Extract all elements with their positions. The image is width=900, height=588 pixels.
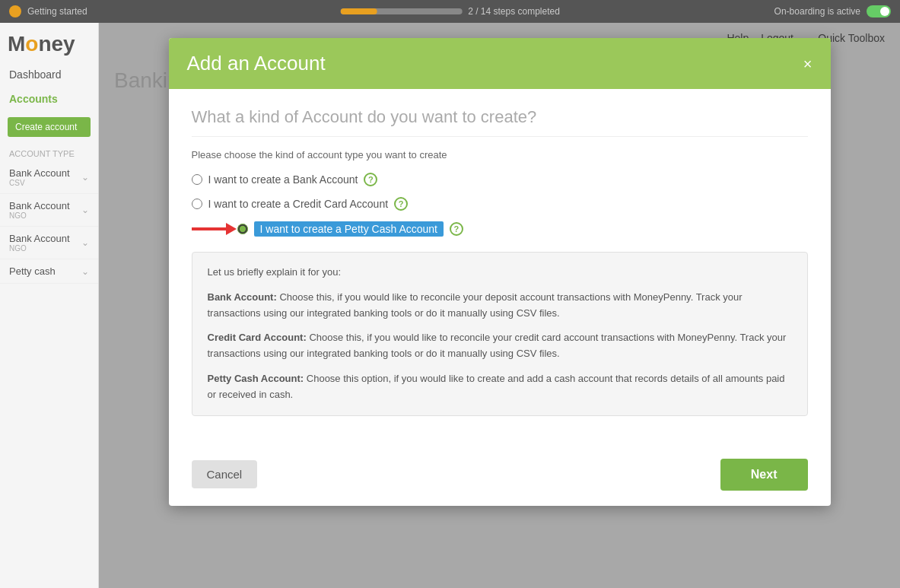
sidebar: Money Dashboard Accounts Create account … [0, 23, 99, 588]
modal-footer: Cancel Next [169, 447, 831, 506]
progress-bar-fill [340, 8, 377, 14]
modal-question: What a kind of Account do you want to cr… [192, 107, 808, 137]
account-sub: CSV [9, 179, 70, 187]
info-bank-desc: Choose this, if you would like to reconc… [208, 291, 743, 319]
radio-option-petty: I want to create a Petty Cash Account ? [237, 221, 808, 237]
top-bar: Getting started 2 / 14 steps completed O… [0, 0, 900, 23]
list-item[interactable]: Bank Account NGO ⌄ [0, 194, 98, 227]
account-name: Bank Account [9, 167, 70, 179]
account-name: Petty cash [9, 265, 56, 277]
radio-bank-label[interactable]: I want to create a Bank Account [208, 173, 358, 186]
top-bar-right: On-boarding is active [774, 5, 891, 17]
progress-bar-container: 2 / 14 steps completed [340, 6, 560, 17]
main-layout: Money Dashboard Accounts Create account … [0, 23, 900, 588]
cancel-button[interactable]: Cancel [192, 460, 258, 488]
radio-credit[interactable] [192, 199, 202, 209]
account-sub: NGO [9, 244, 70, 253]
modal-body: What a kind of Account do you want to cr… [169, 89, 831, 447]
modal-title: Add an Account [187, 52, 326, 75]
account-type-label: ACCOUNT TYPE [0, 143, 98, 161]
radio-credit-label[interactable]: I want to create a Credit Card Account [208, 198, 389, 210]
radio-petty[interactable] [237, 224, 248, 234]
info-box: Let us briefly explain it for you: Bank … [192, 252, 808, 416]
radio-option-petty-wrapper: I want to create a Petty Cash Account ? [237, 221, 808, 237]
help-icon-petty[interactable]: ? [450, 222, 463, 236]
sidebar-item-dashboard[interactable]: Dashboard [0, 62, 98, 87]
chevron-down-icon: ⌄ [81, 172, 89, 183]
radio-bank[interactable] [192, 174, 202, 185]
info-intro: Let us briefly explain it for you: [208, 265, 792, 281]
top-bar-left: Getting started [9, 5, 87, 17]
radio-option-bank: I want to create a Bank Account ? [192, 173, 808, 186]
arrow-body [192, 227, 226, 230]
onboarding-label: On-boarding is active [774, 6, 860, 17]
info-bank-title: Bank Account: [208, 291, 277, 303]
chevron-down-icon: ⌄ [81, 237, 89, 248]
account-name: Bank Account [9, 233, 70, 244]
progress-bar-track [340, 8, 462, 14]
modal-close-button[interactable]: × [803, 56, 813, 72]
arrow-annotation [192, 223, 237, 235]
chevron-down-icon: ⌄ [81, 266, 89, 277]
getting-started-label: Getting started [27, 6, 87, 17]
info-bank: Bank Account: Choose this, if you would … [208, 290, 792, 322]
progress-text: 2 / 14 steps completed [468, 6, 560, 17]
info-credit: Credit Card Account: Choose this, if you… [208, 330, 792, 362]
modal-instruction: Please choose the kind of account type y… [192, 149, 808, 161]
sidebar-logo: Money [0, 23, 98, 62]
account-name: Bank Account [9, 200, 70, 211]
list-item[interactable]: Bank Account NGO ⌄ [0, 227, 98, 259]
list-item[interactable]: Petty cash ⌄ [0, 259, 98, 284]
info-credit-title: Credit Card Account: [208, 332, 307, 343]
onboarding-toggle[interactable] [867, 5, 891, 17]
main-content: Help Logout Quick Toolbox Banking Add an… [99, 23, 900, 588]
info-petty-title: Petty Cash Account: [208, 373, 304, 384]
info-petty: Petty Cash Account: Choose this option, … [208, 371, 792, 403]
create-account-button[interactable]: Create account [8, 117, 91, 137]
chevron-down-icon: ⌄ [81, 205, 89, 215]
radio-option-credit: I want to create a Credit Card Account ? [192, 197, 808, 211]
sidebar-item-accounts[interactable]: Accounts [0, 87, 98, 111]
help-icon-credit[interactable]: ? [394, 197, 408, 211]
modal-header: Add an Account × [169, 38, 831, 89]
next-button[interactable]: Next [720, 459, 808, 491]
getting-started-icon [9, 5, 21, 17]
modal-overlay: Add an Account × What a kind of Account … [99, 23, 900, 588]
account-sub: NGO [9, 211, 70, 220]
list-item[interactable]: Bank Account CSV ⌄ [0, 161, 98, 194]
radio-petty-label[interactable]: I want to create a Petty Cash Account [254, 221, 444, 237]
help-icon-bank[interactable]: ? [364, 173, 377, 186]
arrow-head [226, 223, 237, 235]
modal: Add an Account × What a kind of Account … [169, 38, 831, 506]
